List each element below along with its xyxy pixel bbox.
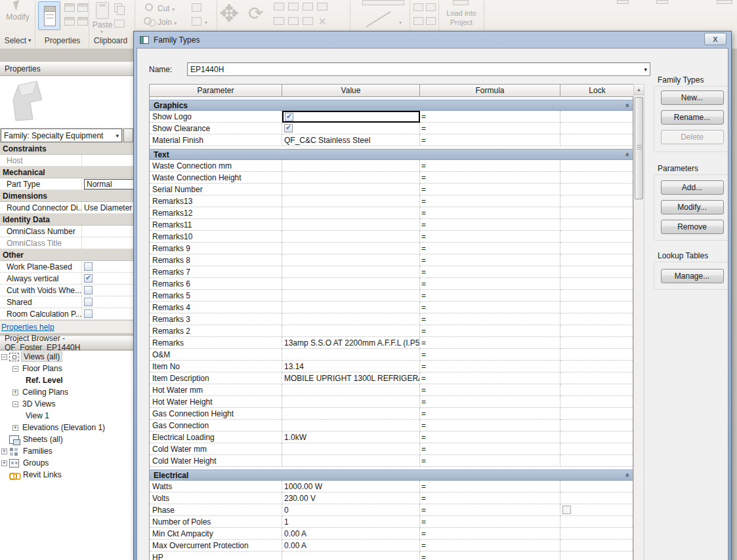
manage-button[interactable]: Manage... — [661, 269, 724, 283]
formula-cell[interactable]: = — [420, 443, 560, 455]
formula-cell[interactable]: = — [420, 492, 560, 504]
family-selector-dropdown[interactable]: Family: Specialty Equipment ▾ — [1, 129, 122, 142]
formula-cell[interactable]: = — [420, 384, 560, 396]
collapse-chevron-icon[interactable]: » — [623, 152, 631, 156]
column-header-lock[interactable]: Lock — [560, 85, 634, 96]
value-cell[interactable] — [282, 290, 420, 302]
palette-value-cell[interactable]: Normal — [81, 178, 133, 190]
formula-cell[interactable]: = — [420, 528, 560, 540]
column-header-parameter[interactable]: Parameter — [150, 85, 282, 96]
collapse-icon[interactable]: − — [1, 354, 7, 360]
value-cell[interactable]: 1000.00 W — [282, 481, 420, 492]
value-cell[interactable]: 0.00 A — [282, 540, 420, 551]
formula-cell[interactable]: = — [420, 396, 560, 408]
tree-item-sheets-all-[interactable]: Sheets (all) — [0, 433, 133, 445]
value-cell[interactable] — [282, 302, 420, 313]
formula-cell[interactable]: = — [420, 134, 560, 146]
tree-item-families[interactable]: +Families — [0, 445, 133, 457]
value-cell[interactable] — [282, 219, 420, 231]
rename-button[interactable]: Rename... — [661, 110, 724, 125]
value-cell[interactable] — [282, 254, 420, 266]
formula-cell[interactable]: = — [420, 243, 560, 254]
formula-cell[interactable]: = — [420, 313, 560, 325]
formula-cell[interactable]: = — [420, 219, 560, 231]
tree-item-view-1[interactable]: View 1 — [0, 410, 133, 422]
value-cell[interactable] — [282, 384, 420, 396]
palette-section-identity-data[interactable]: Identity Data — [0, 214, 133, 226]
palette-value-cell[interactable]: Use Diameter — [81, 202, 133, 213]
column-header-formula[interactable]: Formula — [420, 85, 560, 96]
project-browser-header[interactable]: Project Browser - QF_Foster_EP1440H — [0, 336, 133, 350]
select-panel-label[interactable]: Select ▾ — [0, 35, 35, 46]
add-button[interactable]: Add... — [661, 180, 724, 195]
value-cell[interactable] — [282, 349, 420, 361]
formula-cell[interactable]: = — [420, 504, 560, 516]
formula-cell[interactable]: = — [420, 207, 560, 219]
modify-button[interactable]: Modify... — [661, 200, 724, 214]
formula-cell[interactable]: = — [420, 231, 560, 243]
formula-cell[interactable]: = — [420, 455, 560, 467]
tree-item-elevations-elevation-1-[interactable]: +Elevations (Elevation 1) — [0, 422, 133, 433]
lock-cell[interactable] — [560, 504, 633, 516]
value-cell[interactable]: 0.00 A — [282, 528, 420, 540]
formula-cell[interactable]: = — [420, 516, 560, 528]
tree-item-ceiling-plans[interactable]: +Ceiling Plans — [0, 386, 133, 398]
formula-cell[interactable]: = — [420, 254, 560, 266]
palette-section-constraints[interactable]: Constraints — [0, 143, 133, 155]
value-cell[interactable] — [282, 455, 420, 467]
column-header-value[interactable]: Value — [282, 85, 420, 96]
formula-cell[interactable]: = — [420, 361, 560, 372]
formula-cell[interactable]: = — [420, 325, 560, 337]
value-cell[interactable] — [282, 420, 420, 431]
formula-cell[interactable]: = — [420, 372, 560, 384]
value-cell[interactable] — [282, 408, 420, 420]
value-cell[interactable]: 13amp S.S.O AT 2200mm A.F.F.L (I.P5 — [282, 337, 420, 349]
value-cell[interactable] — [282, 278, 420, 290]
palette-checkbox[interactable] — [84, 286, 93, 294]
lock-checkbox[interactable] — [562, 506, 571, 514]
formula-cell[interactable]: = — [420, 481, 560, 492]
formula-cell[interactable]: = — [420, 302, 560, 313]
dialog-titlebar[interactable]: Family Types X — [134, 31, 731, 48]
palette-checkbox[interactable] — [84, 262, 93, 271]
scrollbar-thumb[interactable] — [635, 97, 643, 199]
value-cell[interactable] — [282, 266, 420, 278]
tree-item-3d-views[interactable]: −3D Views — [0, 398, 133, 410]
value-cell[interactable] — [282, 231, 420, 243]
type-name-dropdown[interactable]: EP1440H ▾ — [187, 62, 650, 76]
remove-button[interactable]: Remove — [661, 220, 724, 234]
palette-value-cell[interactable] — [81, 285, 133, 296]
section-header-electrical[interactable]: Electrical» — [150, 470, 633, 481]
formula-cell[interactable]: = — [420, 420, 560, 431]
palette-value-box[interactable]: Normal — [84, 179, 133, 190]
palette-checkbox[interactable] — [84, 298, 93, 306]
value-cell[interactable]: 13.14 — [282, 361, 420, 372]
value-cell[interactable] — [282, 243, 420, 254]
formula-cell[interactable]: = — [420, 278, 560, 290]
expand-icon[interactable]: + — [1, 460, 7, 466]
value-cell[interactable] — [282, 325, 420, 337]
value-cell[interactable]: QF_C&C Stainless Steel — [282, 134, 420, 146]
collapse-chevron-icon[interactable]: » — [623, 473, 631, 477]
expand-icon[interactable]: + — [1, 449, 7, 454]
properties-palette-header[interactable]: Properties — [0, 62, 133, 76]
value-cell[interactable]: 1 — [282, 516, 420, 528]
formula-cell[interactable]: = — [420, 337, 560, 349]
value-cell[interactable] — [282, 123, 420, 134]
tree-item-revit-links[interactable]: Revit Links — [0, 469, 133, 481]
value-cell[interactable] — [282, 313, 420, 325]
formula-cell[interactable]: = — [420, 431, 560, 443]
section-header-graphics[interactable]: Graphics» — [150, 100, 633, 111]
palette-value-cell[interactable] — [81, 273, 133, 284]
formula-cell[interactable]: = — [420, 408, 560, 420]
palette-value-cell[interactable] — [81, 237, 133, 249]
value-cell[interactable]: MOBILE UPRIGHT 1300L REFRIGERATE — [282, 372, 420, 384]
formula-cell[interactable]: = — [420, 195, 560, 207]
tree-item-ref-level[interactable]: Ref. Level — [0, 374, 133, 386]
formula-cell[interactable]: = — [420, 172, 560, 184]
palette-value-cell[interactable] — [81, 308, 133, 319]
value-cell[interactable] — [282, 111, 420, 123]
collapse-icon[interactable]: − — [12, 401, 18, 407]
family-types-properties-button[interactable] — [38, 1, 60, 30]
value-cell[interactable] — [282, 160, 420, 172]
